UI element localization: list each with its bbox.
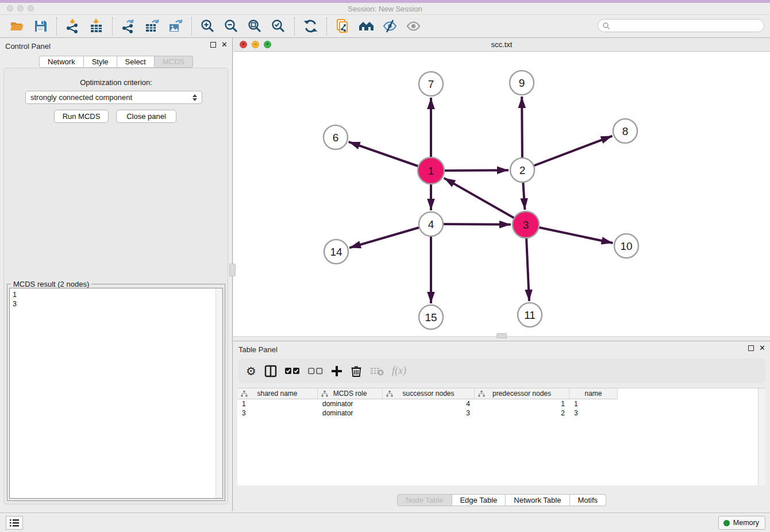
float-panel-icon[interactable] bbox=[210, 42, 216, 48]
close-table-panel-icon[interactable]: ✕ bbox=[759, 345, 765, 352]
node-label-9: 9 bbox=[519, 77, 525, 89]
zoom-selected-icon[interactable] bbox=[271, 18, 286, 34]
node-label-3: 3 bbox=[523, 219, 529, 231]
column-header-successor-nodes[interactable]: successor nodes bbox=[383, 388, 475, 399]
cell-predecessor-nodes[interactable]: 2 bbox=[475, 408, 569, 418]
optimization-criterion-dropdown[interactable]: strongly connected component bbox=[25, 91, 202, 104]
first-neighbors-icon[interactable] bbox=[335, 18, 351, 34]
node-label-15: 15 bbox=[425, 311, 437, 323]
zoom-fit-icon[interactable] bbox=[247, 18, 263, 34]
delete-column-trash-icon[interactable] bbox=[351, 364, 362, 379]
memory-button[interactable]: Memory bbox=[718, 516, 765, 530]
save-session-icon[interactable] bbox=[33, 18, 48, 34]
column-header-predecessor-nodes[interactable]: predecessor nodes bbox=[475, 388, 569, 399]
table-row[interactable]: 3dominator323 bbox=[237, 408, 765, 418]
run-mcds-button[interactable]: Run MCDS bbox=[54, 110, 109, 123]
toolbar-separator bbox=[56, 17, 57, 36]
toolbar-separator bbox=[326, 17, 327, 36]
table-panel: Table Panel ✕ ⚙ f(x) shared nameMCDS rol… bbox=[233, 341, 770, 511]
float-table-panel-icon[interactable] bbox=[748, 345, 754, 351]
search-input[interactable] bbox=[613, 22, 764, 30]
column-type-icon bbox=[241, 391, 248, 397]
column-type-icon bbox=[478, 391, 485, 397]
app-titlebar: Session: New Session bbox=[0, 0, 770, 15]
table-header-row: shared nameMCDS rolesuccessor nodesprede… bbox=[237, 388, 618, 399]
main-toolbar bbox=[0, 15, 770, 38]
column-header-MCDS-role[interactable]: MCDS role bbox=[318, 388, 383, 399]
apply-layout-icon[interactable] bbox=[303, 18, 318, 34]
dropdown-stepper-icon bbox=[192, 94, 197, 101]
tab-style[interactable]: Style bbox=[84, 56, 117, 68]
cell-successor-nodes[interactable]: 3 bbox=[383, 408, 475, 418]
list-icon bbox=[9, 518, 20, 527]
tab-edge-table[interactable]: Edge Table bbox=[452, 494, 506, 506]
toolbar-separator bbox=[112, 17, 113, 36]
cell-MCDS-role[interactable]: dominator bbox=[318, 408, 383, 418]
tab-network[interactable]: Network bbox=[39, 56, 84, 68]
export-image-icon[interactable] bbox=[168, 18, 183, 34]
select-all-columns-icon[interactable] bbox=[285, 364, 300, 379]
tab-mcds[interactable]: MCDS bbox=[155, 56, 193, 68]
import-table-icon[interactable] bbox=[88, 18, 104, 34]
search-icon bbox=[602, 22, 610, 30]
network-window-titlebar[interactable]: ✕ − + scc.txt bbox=[233, 38, 770, 52]
network-view-window: ✕ − + scc.txt 7968124314101511 bbox=[233, 38, 770, 341]
network-window-title: scc.txt bbox=[233, 40, 770, 49]
cell-predecessor-nodes[interactable]: 1 bbox=[475, 399, 569, 408]
node-label-7: 7 bbox=[428, 78, 434, 90]
node-label-6: 6 bbox=[333, 132, 339, 144]
node-label-14: 14 bbox=[330, 246, 342, 258]
control-panel-title: Control Panel bbox=[5, 42, 51, 51]
import-network-icon[interactable] bbox=[65, 18, 80, 34]
create-column-plus-icon[interactable] bbox=[331, 364, 342, 379]
cell-MCDS-role[interactable]: dominator bbox=[318, 399, 383, 408]
edge-3-1[interactable] bbox=[444, 178, 526, 225]
tab-node-table[interactable]: Node Table bbox=[397, 494, 452, 506]
zoom-in-icon[interactable] bbox=[200, 18, 215, 34]
vertical-splitter-grip[interactable] bbox=[229, 264, 236, 276]
node-label-10: 10 bbox=[620, 240, 632, 252]
table-scrollbar[interactable] bbox=[758, 388, 765, 485]
show-all-eye-icon[interactable] bbox=[406, 18, 421, 34]
table-options-gear-icon[interactable]: ⚙ bbox=[246, 364, 256, 379]
tab-network-table[interactable]: Network Table bbox=[506, 494, 569, 506]
horizontal-splitter-grip[interactable] bbox=[496, 333, 507, 338]
task-history-button[interactable] bbox=[6, 516, 23, 530]
hide-selected-eye-icon[interactable] bbox=[382, 18, 398, 34]
mcds-result-scrollbar[interactable] bbox=[215, 288, 222, 498]
search-field[interactable] bbox=[598, 19, 764, 32]
cell-shared-name[interactable]: 1 bbox=[237, 399, 318, 408]
control-panel: Control Panel ✕ NetworkStyleSelectMCDS O… bbox=[0, 38, 233, 511]
tab-motifs[interactable]: Motifs bbox=[569, 494, 606, 506]
show-columns-icon[interactable] bbox=[264, 364, 277, 379]
export-table-icon[interactable] bbox=[144, 18, 160, 34]
home-icon[interactable] bbox=[359, 18, 374, 34]
export-network-icon[interactable] bbox=[121, 18, 136, 34]
table-row[interactable]: 1dominator411 bbox=[237, 399, 765, 408]
column-header-name[interactable]: name bbox=[569, 388, 618, 399]
delete-table-icon[interactable] bbox=[370, 364, 384, 379]
memory-label: Memory bbox=[733, 519, 759, 527]
cell-name[interactable]: 3 bbox=[569, 408, 618, 418]
mcds-result-textarea[interactable]: 1 3 bbox=[9, 288, 223, 499]
table-panel-title: Table Panel bbox=[238, 345, 278, 354]
cell-name[interactable]: 1 bbox=[569, 399, 618, 408]
open-file-icon[interactable] bbox=[9, 18, 25, 34]
close-panel-icon[interactable]: ✕ bbox=[221, 41, 228, 48]
network-graph[interactable]: 7968124314101511 bbox=[233, 52, 770, 336]
zoom-out-icon[interactable] bbox=[224, 18, 239, 34]
node-label-4: 4 bbox=[428, 218, 434, 230]
edge-2-8[interactable] bbox=[522, 136, 613, 170]
node-label-2: 2 bbox=[519, 164, 526, 176]
function-builder-icon[interactable]: f(x) bbox=[392, 364, 406, 379]
network-canvas[interactable]: 7968124314101511 bbox=[233, 52, 770, 336]
table-panel-tabs: Node TableEdge TableNetwork TableMotifs bbox=[397, 494, 606, 506]
column-type-icon bbox=[321, 391, 328, 397]
cell-successor-nodes[interactable]: 4 bbox=[383, 399, 475, 408]
close-panel-button[interactable]: Close panel bbox=[116, 110, 176, 123]
deselect-all-columns-icon[interactable] bbox=[308, 364, 323, 379]
table-body: 1dominator4113dominator323 bbox=[237, 399, 765, 485]
column-header-shared-name[interactable]: shared name bbox=[237, 388, 318, 399]
cell-shared-name[interactable]: 3 bbox=[237, 408, 318, 418]
tab-select[interactable]: Select bbox=[117, 56, 155, 68]
